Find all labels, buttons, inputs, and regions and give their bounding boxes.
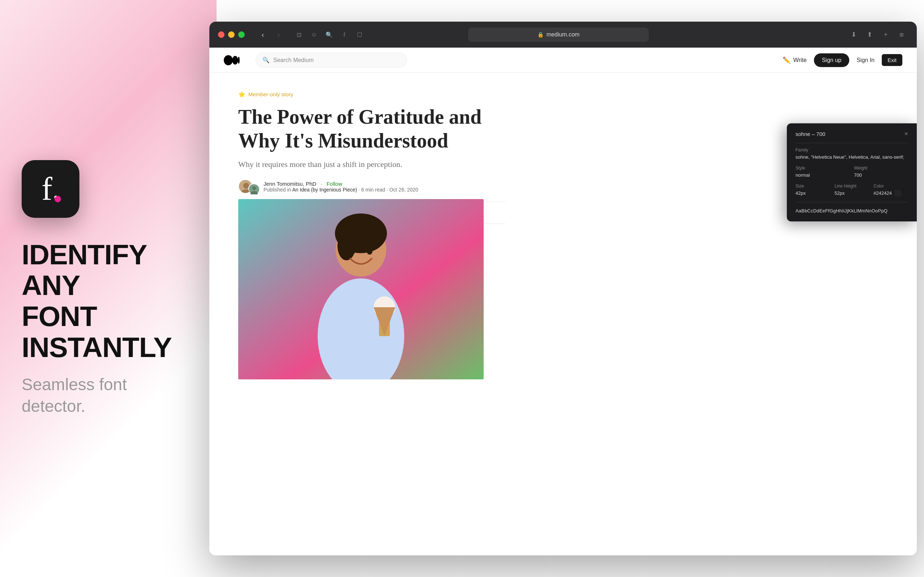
family-label: Family — [795, 148, 908, 153]
color-swatch — [895, 190, 901, 197]
author-row: Jenn Tomomitsu, PhD · Follow Published i… — [238, 179, 505, 193]
extension-btn[interactable]: ⊞ — [895, 28, 908, 41]
font-inspector-popup: sohne – 700 × Family sohne, "Helvetica N… — [787, 123, 917, 221]
line-height-value: 52px — [835, 190, 869, 197]
minimize-traffic-light[interactable] — [228, 31, 234, 38]
headline-line2: FONT INSTANTLY — [22, 301, 195, 363]
published-label: Published in — [263, 187, 291, 193]
author-avatars — [238, 179, 258, 193]
browser-controls: ‹ › — [256, 28, 285, 41]
signup-button[interactable]: Sign up — [814, 53, 849, 67]
inspector-close-button[interactable]: × — [904, 131, 908, 137]
close-traffic-light[interactable] — [218, 31, 225, 38]
style-value: normal — [795, 172, 850, 179]
article-title: The Power of Gratitude and Why It's Misu… — [238, 105, 505, 153]
app-icon-dot — [55, 196, 61, 202]
address-bar[interactable]: 🔒 medium.com — [468, 27, 649, 42]
author-name-row: Jenn Tomomitsu, PhD · Follow — [263, 181, 418, 187]
article-meta: Published in An Idea (by Ingenious Piece… — [263, 187, 418, 193]
browser-extra-btn1[interactable]: ⊡ — [292, 28, 305, 41]
back-button[interactable]: ‹ — [256, 28, 269, 41]
article-subtitle: Why it requires more than just a shift i… — [238, 160, 505, 169]
size-lineheight-color-grid: Size 42px Line Height 52px Color #242424 — [795, 184, 908, 197]
browser-chrome: ‹ › ⊡ ☺ 🔍 f ☐ 🔒 medium.com ⬇ ⬆ + ⊞ — [209, 22, 917, 48]
weight-label: Weight — [854, 166, 908, 171]
browser-extra-btn2[interactable]: ☺ — [307, 28, 320, 41]
inspector-header: sohne – 700 × — [795, 131, 908, 137]
author-info: Jenn Tomomitsu, PhD · Follow Published i… — [263, 181, 418, 193]
font-preview: AaBbCcDdEeFfGgHhIiJjKkLlMmNnOoPpQ — [795, 207, 908, 214]
browser-window: ‹ › ⊡ ☺ 🔍 f ☐ 🔒 medium.com ⬇ ⬆ + ⊞ — [209, 22, 917, 555]
headline: IDENTIFY ANY FONT INSTANTLY — [22, 239, 195, 363]
left-panel: f . IDENTIFY ANY FONT INSTANTLY Seamless… — [0, 0, 216, 577]
author-avatar-secondary — [248, 184, 258, 193]
article-date: Oct 26, 2020 — [389, 187, 418, 193]
svg-point-1 — [233, 56, 238, 64]
style-section: Style normal — [795, 166, 850, 179]
subheadline: Seamless font detector. — [22, 374, 195, 417]
color-label: Color — [874, 184, 908, 189]
style-label: Style — [795, 166, 850, 171]
style-weight-grid: Style normal Weight 700 — [795, 166, 908, 179]
new-tab-btn[interactable]: + — [879, 28, 892, 41]
download-btn[interactable]: ⬇ — [848, 28, 861, 41]
browser-extra-btn3[interactable]: 🔍 — [323, 28, 336, 41]
line-height-label: Line Height — [835, 184, 869, 189]
share-btn[interactable]: ⬆ — [863, 28, 876, 41]
svg-point-0 — [224, 55, 233, 65]
follow-button[interactable]: Follow — [327, 181, 342, 187]
color-row: #242424 — [874, 190, 908, 197]
browser-extra-btn4[interactable]: f — [338, 28, 351, 41]
signin-button[interactable]: Sign In — [856, 57, 874, 63]
weight-section: Weight 700 — [854, 166, 908, 179]
app-icon-letter: f — [42, 173, 52, 205]
size-section: Size 42px — [795, 184, 830, 197]
write-label: Write — [793, 57, 807, 63]
url-text: medium.com — [546, 31, 580, 38]
inspector-divider-1 — [795, 143, 908, 143]
browser-right-controls: ⬇ ⬆ + ⊞ — [848, 28, 908, 41]
maximize-traffic-light[interactable] — [238, 31, 245, 38]
inspector-title: sohne – 700 — [795, 131, 825, 137]
lock-icon: 🔒 — [538, 32, 544, 37]
color-section: Color #242424 — [874, 184, 908, 197]
write-icon: ✏️ — [782, 56, 790, 64]
search-bar[interactable]: 🔍 Search Medium — [255, 53, 407, 68]
weight-value: 700 — [854, 172, 908, 179]
traffic-lights — [218, 31, 245, 38]
svg-point-15 — [367, 248, 373, 255]
browser-extra-btn5[interactable]: ☐ — [353, 28, 366, 41]
nav-right: ✏️ Write Sign up Sign In Exit — [782, 53, 902, 67]
headline-line1: IDENTIFY ANY — [22, 239, 195, 301]
medium-logo — [224, 55, 240, 65]
search-icon: 🔍 — [262, 56, 270, 63]
family-section: Family sohne, "Helvetica Neue", Helvetic… — [795, 148, 908, 161]
read-time: 6 min read — [361, 187, 385, 193]
search-placeholder: Search Medium — [273, 57, 313, 63]
svg-point-14 — [349, 248, 355, 255]
forward-button[interactable]: › — [272, 28, 285, 41]
medium-page: 🔍 Search Medium ✏️ Write Sign up Sign In… — [209, 48, 917, 555]
write-button[interactable]: ✏️ Write — [782, 56, 807, 64]
line-height-section: Line Height 52px — [835, 184, 869, 197]
color-value: #242424 — [874, 190, 892, 197]
size-label: Size — [795, 184, 830, 189]
svg-point-2 — [238, 56, 240, 64]
svg-point-12 — [338, 232, 355, 260]
star-icon: ⭐ — [238, 91, 246, 98]
svg-point-7 — [252, 187, 256, 190]
publication-link[interactable]: An Idea (by Ingenious Piece) — [292, 187, 357, 193]
family-value: sohne, "Helvetica Neue", Helvetica, Aria… — [795, 154, 908, 161]
member-only-badge: ⭐ Member-only story — [238, 91, 505, 98]
medium-navbar: 🔍 Search Medium ✏️ Write Sign up Sign In… — [209, 48, 917, 73]
app-icon: f . — [22, 160, 79, 218]
member-only-label: Member-only story — [248, 91, 293, 97]
author-name: Jenn Tomomitsu, PhD — [263, 181, 316, 187]
size-value: 42px — [795, 190, 830, 197]
exit-button[interactable]: Exit — [882, 54, 902, 66]
inspector-divider-2 — [795, 202, 908, 202]
article-image — [238, 199, 484, 379]
